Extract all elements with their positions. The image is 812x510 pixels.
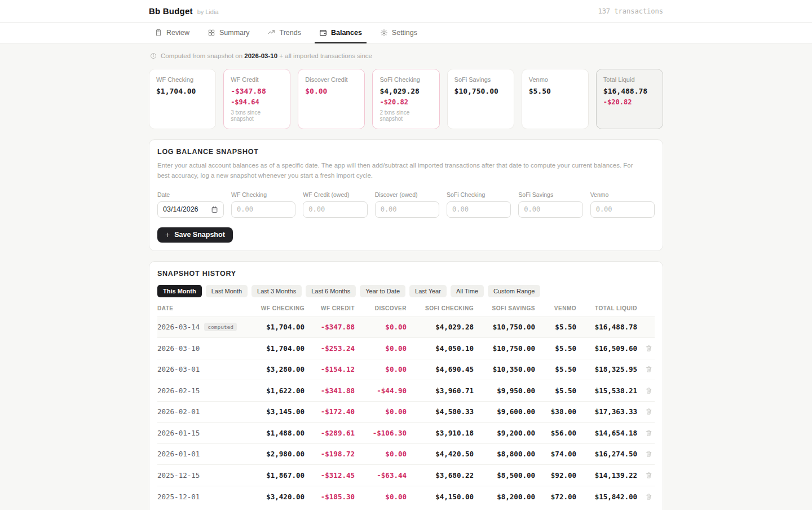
trash-icon[interactable] bbox=[645, 493, 652, 500]
row-value: $10,350.00 bbox=[474, 365, 535, 373]
row-value: $4,580.33 bbox=[407, 407, 474, 416]
field-label: WF Credit (owed) bbox=[303, 191, 367, 198]
row-value: $3,960.71 bbox=[407, 386, 474, 395]
tab-balances[interactable]: Balances bbox=[318, 23, 363, 43]
wallet-icon bbox=[319, 29, 327, 37]
wf-credit-owed-input[interactable] bbox=[303, 201, 367, 218]
grid-icon bbox=[208, 29, 215, 37]
card-note: 2 txns since snapshot bbox=[379, 109, 432, 122]
discover-owed-input[interactable] bbox=[375, 201, 439, 218]
column-header-wf-credit: WF CREDIT bbox=[304, 305, 355, 311]
card-delta: -$94.64 bbox=[231, 98, 283, 106]
filter-chip-year-to-date[interactable]: Year to Date bbox=[360, 285, 405, 297]
row-value: $1,622.00 bbox=[248, 386, 304, 395]
trash-icon[interactable] bbox=[645, 472, 652, 479]
filter-chip-custom-range[interactable]: Custom Range bbox=[488, 285, 540, 297]
row-value: $0.00 bbox=[355, 365, 407, 373]
trash-icon[interactable] bbox=[645, 408, 652, 415]
filter-chip-last-3-months[interactable]: Last 3 Months bbox=[251, 285, 302, 297]
date-field-group: Date03/14/2026 bbox=[157, 191, 224, 218]
tab-label: Balances bbox=[331, 29, 362, 37]
row-value: -$253.24 bbox=[304, 344, 355, 353]
trash-icon[interactable] bbox=[645, 429, 652, 437]
date-input[interactable]: 03/14/2026 bbox=[157, 201, 224, 218]
row-value: $0.00 bbox=[355, 407, 407, 416]
row-actions bbox=[637, 408, 655, 415]
card-value: $4,029.28 bbox=[379, 87, 432, 95]
row-value: $1,704.00 bbox=[248, 344, 304, 353]
save-snapshot-button[interactable]: + Save Snapshot bbox=[157, 227, 233, 243]
trash-icon[interactable] bbox=[645, 450, 652, 458]
row-value: $74.00 bbox=[535, 450, 576, 458]
row-value: -$347.88 bbox=[304, 323, 355, 331]
card-label: WF Credit bbox=[231, 76, 283, 83]
row-actions bbox=[637, 429, 655, 437]
table-row: 2025-12-01$3,420.00-$185.30$0.00$4,150.0… bbox=[157, 486, 655, 508]
row-value: -$106.30 bbox=[355, 429, 407, 437]
note-suffix: + all imported transactions since bbox=[279, 52, 372, 59]
row-value: $5.50 bbox=[535, 386, 576, 395]
filter-chip-last-6-months[interactable]: Last 6 Months bbox=[306, 285, 356, 297]
sofi-savings-input[interactable] bbox=[518, 201, 582, 218]
filter-chip-last-year[interactable]: Last Year bbox=[409, 285, 447, 297]
balance-card-venmo: Venmo$5.50 bbox=[522, 69, 589, 129]
row-actions bbox=[637, 387, 655, 394]
log-snapshot-title: LOG BALANCE SNAPSHOT bbox=[157, 148, 655, 156]
row-value: $2,980.00 bbox=[248, 450, 304, 458]
snapshot-history-panel: SNAPSHOT HISTORY This MonthLast MonthLas… bbox=[149, 261, 663, 510]
balance-card-wf-credit: WF Credit-$347.88-$94.643 txns since sna… bbox=[223, 69, 290, 129]
row-actions bbox=[637, 450, 655, 458]
row-value: $15,842.00 bbox=[576, 493, 637, 501]
field-label: WF Checking bbox=[231, 191, 295, 198]
table-row: 2026-01-15$1,488.00-$289.61-$106.30$3,91… bbox=[157, 423, 655, 444]
tab-trends[interactable]: Trends bbox=[266, 23, 302, 43]
field-group-wf-credit-owed: WF Credit (owed) bbox=[303, 191, 367, 218]
table-row: 2026-03-10$1,704.00-$253.24$0.00$4,050.1… bbox=[157, 338, 655, 359]
trash-icon[interactable] bbox=[645, 366, 652, 373]
app-byline: by Lidia bbox=[197, 8, 219, 15]
balance-card-total-liquid: Total Liquid$16,488.78-$20.82 bbox=[596, 69, 663, 129]
nav-bar: ReviewSummaryTrendsBalancesSettings bbox=[0, 23, 812, 43]
card-delta: -$20.82 bbox=[603, 98, 656, 106]
row-value: $8,800.00 bbox=[474, 450, 535, 458]
column-header-date: DATE bbox=[157, 305, 248, 311]
row-value: $5.50 bbox=[535, 344, 576, 353]
row-value: $10,750.00 bbox=[474, 323, 535, 331]
row-value: $3,910.18 bbox=[407, 429, 474, 437]
row-value: $4,690.45 bbox=[407, 365, 474, 373]
row-value: $16,488.78 bbox=[576, 323, 637, 331]
table-row: 2026-03-14computed$1,704.00-$347.88$0.00… bbox=[157, 317, 655, 338]
row-value: $5.50 bbox=[535, 365, 576, 373]
row-date: 2026-01-15 bbox=[157, 429, 248, 437]
tab-settings[interactable]: Settings bbox=[379, 23, 418, 43]
balance-cards: WF Checking$1,704.00WF Credit-$347.88-$9… bbox=[149, 69, 663, 129]
card-value: -$347.88 bbox=[231, 87, 283, 95]
row-date: 2025-12-15 bbox=[157, 471, 248, 480]
tab-label: Summary bbox=[219, 29, 249, 37]
row-value: $4,420.50 bbox=[407, 450, 474, 458]
snapshot-history-title: SNAPSHOT HISTORY bbox=[157, 270, 655, 278]
tab-review[interactable]: Review bbox=[153, 23, 191, 43]
trash-icon[interactable] bbox=[645, 387, 652, 394]
row-date: 2026-03-01 bbox=[157, 365, 248, 373]
row-value: $3,145.00 bbox=[248, 407, 304, 416]
row-date: 2026-03-10 bbox=[157, 344, 248, 353]
sofi-checking-input[interactable] bbox=[447, 201, 511, 218]
tab-summary[interactable]: Summary bbox=[206, 23, 250, 43]
row-actions bbox=[637, 493, 655, 500]
row-value: -$63.44 bbox=[355, 471, 407, 480]
filter-chip-this-month[interactable]: This Month bbox=[157, 285, 202, 297]
row-actions bbox=[637, 345, 655, 352]
wf-checking-input[interactable] bbox=[231, 201, 295, 218]
venmo-input[interactable] bbox=[590, 201, 655, 218]
row-date: 2026-02-15 bbox=[157, 386, 248, 395]
trash-icon[interactable] bbox=[645, 345, 652, 352]
gear-icon bbox=[380, 29, 388, 37]
calendar-icon bbox=[211, 206, 218, 213]
row-value: -$198.72 bbox=[304, 450, 355, 458]
filter-chip-all-time[interactable]: All Time bbox=[451, 285, 484, 297]
log-snapshot-description: Enter your actual account balances as of… bbox=[157, 161, 642, 181]
column-header-total-liquid: TOTAL LIQUID bbox=[576, 305, 637, 311]
row-date: 2026-01-01 bbox=[157, 450, 248, 458]
filter-chip-last-month[interactable]: Last Month bbox=[206, 285, 248, 297]
